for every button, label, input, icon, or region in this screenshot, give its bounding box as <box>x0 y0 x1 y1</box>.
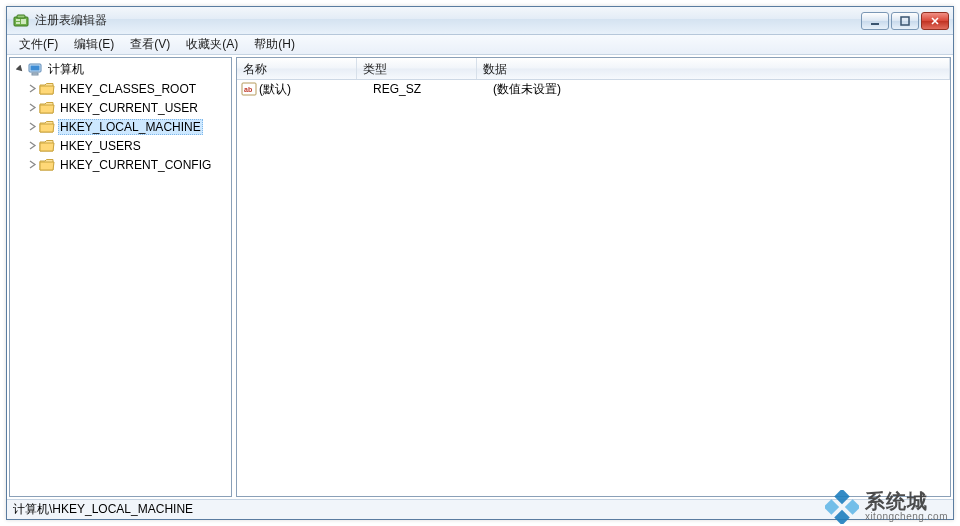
folder-icon <box>39 100 55 116</box>
svg-rect-12 <box>834 490 850 504</box>
svg-rect-5 <box>871 23 879 25</box>
svg-rect-13 <box>845 499 859 515</box>
list-header: 名称 类型 数据 <box>237 58 950 80</box>
tree-label: HKEY_CURRENT_USER <box>58 100 200 116</box>
menu-edit[interactable]: 编辑(E) <box>66 35 122 54</box>
tree-node-hklm[interactable]: HKEY_LOCAL_MACHINE <box>10 117 231 136</box>
svg-rect-14 <box>825 499 839 515</box>
tree-node-hku[interactable]: HKEY_USERS <box>10 136 231 155</box>
list-body[interactable]: ab (默认) REG_SZ (数值未设置) <box>237 80 950 496</box>
svg-rect-8 <box>31 65 40 70</box>
titlebar: 注册表编辑器 <box>7 7 953 35</box>
value-name: (默认) <box>259 81 373 98</box>
window-title: 注册表编辑器 <box>35 12 861 29</box>
svg-rect-3 <box>21 19 26 24</box>
svg-rect-9 <box>32 73 38 75</box>
regedit-app-icon <box>13 13 29 29</box>
menu-help[interactable]: 帮助(H) <box>246 35 303 54</box>
tree-pane[interactable]: 计算机 HKEY_CLASSES_ROOT <box>9 57 232 497</box>
tree-label: HKEY_CURRENT_CONFIG <box>58 157 213 173</box>
expander-icon[interactable] <box>26 83 38 95</box>
list-row[interactable]: ab (默认) REG_SZ (数值未设置) <box>237 80 950 98</box>
tree-label: HKEY_USERS <box>58 138 143 154</box>
content-area: 计算机 HKEY_CLASSES_ROOT <box>7 55 953 499</box>
expander-icon[interactable] <box>26 159 38 171</box>
svg-rect-4 <box>17 15 25 18</box>
value-list-pane: 名称 类型 数据 ab (默认) REG_SZ (数值未设置) <box>236 57 951 497</box>
folder-icon <box>39 157 55 173</box>
close-button[interactable] <box>921 12 949 30</box>
menu-favorites[interactable]: 收藏夹(A) <box>178 35 246 54</box>
window-controls <box>861 12 951 30</box>
tree-node-hkcr[interactable]: HKEY_CLASSES_ROOT <box>10 79 231 98</box>
watermark-url: xitongcheng.com <box>865 512 948 523</box>
registry-tree: 计算机 HKEY_CLASSES_ROOT <box>10 58 231 176</box>
tree-label: HKEY_CLASSES_ROOT <box>58 81 198 97</box>
string-value-icon: ab <box>241 81 257 97</box>
watermark-logo-icon <box>825 490 859 524</box>
menu-view[interactable]: 查看(V) <box>122 35 178 54</box>
statusbar: 计算机\HKEY_LOCAL_MACHINE <box>7 499 953 519</box>
minimize-button[interactable] <box>861 12 889 30</box>
expander-icon[interactable] <box>26 102 38 114</box>
maximize-button[interactable] <box>891 12 919 30</box>
value-data: (数值未设置) <box>493 81 950 98</box>
column-header-data[interactable]: 数据 <box>477 58 950 79</box>
svg-rect-1 <box>16 19 20 21</box>
folder-icon <box>39 81 55 97</box>
svg-rect-6 <box>901 17 909 25</box>
statusbar-path: 计算机\HKEY_LOCAL_MACHINE <box>13 501 193 518</box>
svg-text:ab: ab <box>244 86 252 93</box>
value-type: REG_SZ <box>373 82 493 96</box>
column-header-type[interactable]: 类型 <box>357 58 477 79</box>
registry-editor-window: 注册表编辑器 文件(F) 编辑(E) 查看(V) 收藏夹(A) 帮助(H) <box>6 6 954 520</box>
svg-rect-15 <box>834 510 850 524</box>
tree-label: HKEY_LOCAL_MACHINE <box>58 119 203 135</box>
tree-node-hkcc[interactable]: HKEY_CURRENT_CONFIG <box>10 155 231 174</box>
expander-icon[interactable] <box>26 121 38 133</box>
menu-file[interactable]: 文件(F) <box>11 35 66 54</box>
computer-icon <box>27 62 43 78</box>
folder-icon <box>39 138 55 154</box>
watermark-text: 系统城 <box>865 491 948 512</box>
tree-node-hkcu[interactable]: HKEY_CURRENT_USER <box>10 98 231 117</box>
expander-icon[interactable] <box>26 140 38 152</box>
column-header-name[interactable]: 名称 <box>237 58 357 79</box>
watermark: 系统城 xitongcheng.com <box>825 490 948 524</box>
svg-rect-2 <box>16 22 20 24</box>
expander-icon[interactable] <box>14 64 26 76</box>
tree-root-computer[interactable]: 计算机 <box>10 60 231 79</box>
tree-label: 计算机 <box>46 60 86 79</box>
menubar: 文件(F) 编辑(E) 查看(V) 收藏夹(A) 帮助(H) <box>7 35 953 55</box>
folder-icon <box>39 119 55 135</box>
